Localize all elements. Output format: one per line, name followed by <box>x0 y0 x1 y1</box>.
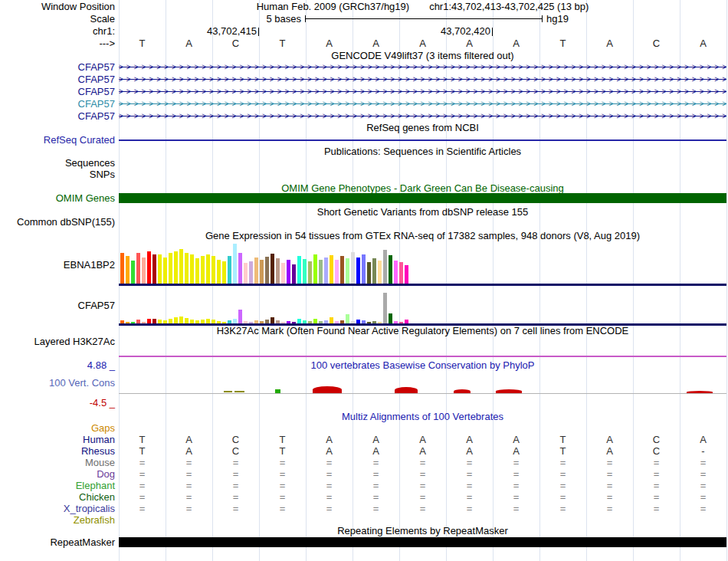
gtex-tissue-bar[interactable] <box>378 261 382 284</box>
multiz-species-label[interactable]: Dog <box>0 469 115 480</box>
gtex-tissue-bar[interactable] <box>319 260 323 284</box>
gtex-tissue-bar[interactable] <box>330 317 333 323</box>
gtex-tissue-bar[interactable] <box>383 250 387 284</box>
gtex-tissue-bar[interactable] <box>260 260 264 284</box>
dbsnp-label[interactable]: Common dbSNP(155) <box>0 217 115 228</box>
gtex-tissue-bar[interactable] <box>190 254 194 284</box>
publications-sequences-label[interactable]: Sequences <box>0 158 115 169</box>
gtex-tissue-bar[interactable] <box>201 256 205 284</box>
gtex-tissue-bar[interactable] <box>206 254 210 284</box>
gtex-tissue-bar[interactable] <box>254 258 258 284</box>
multiz-species-label[interactable]: X_tropicalis <box>0 504 115 514</box>
gtex-tissue-bar[interactable] <box>195 258 199 284</box>
multiz-species-label[interactable]: Gaps <box>0 423 115 434</box>
gtex-tissue-bar[interactable] <box>362 254 366 284</box>
multiz-species-label[interactable]: Zebrafish <box>0 515 115 526</box>
omim-gene-bar[interactable] <box>119 193 726 203</box>
gtex-tissue-bar[interactable] <box>174 317 178 323</box>
gtex-tissue-bar[interactable] <box>297 256 301 284</box>
gtex-tissue-bar[interactable] <box>265 257 269 284</box>
gtex-tissue-bar[interactable] <box>228 256 231 284</box>
gtex-tissue-bar[interactable] <box>131 261 135 284</box>
gtex-tissue-bar[interactable] <box>405 265 408 284</box>
refseq-curated-label[interactable]: RefSeq Curated <box>0 135 115 146</box>
gtex-tissue-bar[interactable] <box>163 258 167 284</box>
gtex-tissue-bar[interactable] <box>351 252 355 284</box>
gtex-tissue-bar[interactable] <box>308 261 312 284</box>
gtex-tissue-bar[interactable] <box>158 254 162 284</box>
gtex-tissue-bar[interactable] <box>271 317 274 323</box>
gencode-item-label[interactable]: CFAP57 <box>0 74 115 85</box>
gtex-tissue-bar[interactable] <box>394 261 398 284</box>
gtex-tissue-bar[interactable] <box>330 255 333 284</box>
gtex-gene-label[interactable]: EBNA1BP2 <box>0 260 115 271</box>
gencode-transcript-arrows[interactable]: >>>>>>>>>>>>>>>>>>>>>>>>>>>>>>>>>>>>>>>>… <box>119 74 726 84</box>
gtex-tissue-bar[interactable] <box>249 261 253 284</box>
multiz-species-label[interactable]: Elephant <box>0 481 115 491</box>
gtex-tissue-bar[interactable] <box>287 260 290 284</box>
gtex-tissue-bar[interactable] <box>356 258 360 284</box>
strand-direction-label[interactable]: ---> <box>0 38 115 49</box>
gencode-transcript-arrows[interactable]: >>>>>>>>>>>>>>>>>>>>>>>>>>>>>>>>>>>>>>>>… <box>119 111 726 121</box>
gtex-barchart-cfap57[interactable] <box>120 291 408 323</box>
gtex-tissue-bar[interactable] <box>212 256 215 284</box>
gencode-transcript-arrows[interactable]: >>>>>>>>>>>>>>>>>>>>>>>>>>>>>>>>>>>>>>>>… <box>119 87 726 97</box>
gtex-tissue-bar[interactable] <box>276 258 280 284</box>
gtex-tissue-bar[interactable] <box>233 244 237 284</box>
gencode-item-label[interactable]: CFAP57 <box>0 111 115 122</box>
gtex-tissue-bar[interactable] <box>324 258 328 284</box>
h3k27ac-signal-line[interactable] <box>119 356 726 357</box>
gtex-tissue-bar[interactable] <box>346 258 349 284</box>
gtex-gene-label[interactable]: CFAP57 <box>0 300 115 311</box>
gtex-tissue-bar[interactable] <box>389 313 392 323</box>
multiz-species-label[interactable]: Human <box>0 435 115 445</box>
gtex-tissue-bar[interactable] <box>238 310 242 323</box>
gtex-barchart-ebna1bp2[interactable] <box>120 244 408 284</box>
gtex-tissue-bar[interactable] <box>244 263 248 284</box>
gtex-tissue-bar[interactable] <box>174 251 178 284</box>
gencode-item-label[interactable]: CFAP57 <box>0 62 115 73</box>
gencode-item-label[interactable]: CFAP57 <box>0 99 115 110</box>
publications-snps-label[interactable]: SNPs <box>0 169 115 180</box>
alignment-cell: = <box>166 469 212 480</box>
gtex-tissue-bar[interactable] <box>372 258 376 284</box>
gtex-tissue-bar[interactable] <box>185 253 189 284</box>
h3k27ac-label[interactable]: Layered H3K27Ac <box>0 336 115 347</box>
multiz-species-label[interactable]: Rhesus <box>0 446 115 457</box>
gtex-tissue-bar[interactable] <box>142 258 146 284</box>
gtex-tissue-bar[interactable] <box>389 255 392 284</box>
gtex-tissue-bar[interactable] <box>152 254 156 284</box>
gtex-tissue-bar[interactable] <box>399 262 403 284</box>
gencode-transcript-arrows[interactable]: >>>>>>>>>>>>>>>>>>>>>>>>>>>>>>>>>>>>>>>>… <box>119 99 726 109</box>
gtex-tissue-bar[interactable] <box>147 251 151 284</box>
gencode-transcript-arrows[interactable]: >>>>>>>>>>>>>>>>>>>>>>>>>>>>>>>>>>>>>>>>… <box>119 62 726 72</box>
gencode-item-label[interactable]: CFAP57 <box>0 87 115 97</box>
gtex-tissue-bar[interactable] <box>383 293 387 323</box>
gtex-tissue-bar[interactable] <box>281 263 285 284</box>
gtex-tissue-bar[interactable] <box>179 317 183 323</box>
multiz-species-label[interactable]: Mouse <box>0 458 115 468</box>
gtex-tissue-bar[interactable] <box>271 254 274 284</box>
gtex-tissue-bar[interactable] <box>292 264 296 284</box>
gtex-tissue-bar[interactable] <box>335 260 339 284</box>
gtex-tissue-bar[interactable] <box>169 253 172 284</box>
gtex-tissue-bar[interactable] <box>340 256 344 284</box>
gtex-tissue-bar[interactable] <box>136 253 140 284</box>
repeatmasker-element-bar[interactable] <box>119 537 726 547</box>
gtex-tissue-bar[interactable] <box>346 314 349 323</box>
gtex-tissue-bar[interactable] <box>217 260 221 284</box>
refseq-gene-line[interactable] <box>119 139 726 141</box>
gtex-tissue-bar[interactable] <box>238 253 242 284</box>
gtex-tissue-bar[interactable] <box>179 249 183 284</box>
gtex-tissue-bar[interactable] <box>120 253 124 284</box>
repeatmasker-label[interactable]: RepeatMasker <box>0 537 115 548</box>
gtex-tissue-bar[interactable] <box>222 261 226 284</box>
omim-genes-label[interactable]: OMIM Genes <box>0 193 115 204</box>
gtex-tissue-bar[interactable] <box>126 256 130 284</box>
gtex-tissue-bar[interactable] <box>303 259 307 284</box>
multiz-species-label[interactable]: Chicken <box>0 492 115 503</box>
phylop-track-label[interactable]: 100 Vert. Cons <box>0 378 115 389</box>
gtex-tissue-bar[interactable] <box>313 254 317 284</box>
gtex-tissue-bar[interactable] <box>367 262 371 284</box>
gtex-tissue-bar[interactable] <box>185 318 189 323</box>
